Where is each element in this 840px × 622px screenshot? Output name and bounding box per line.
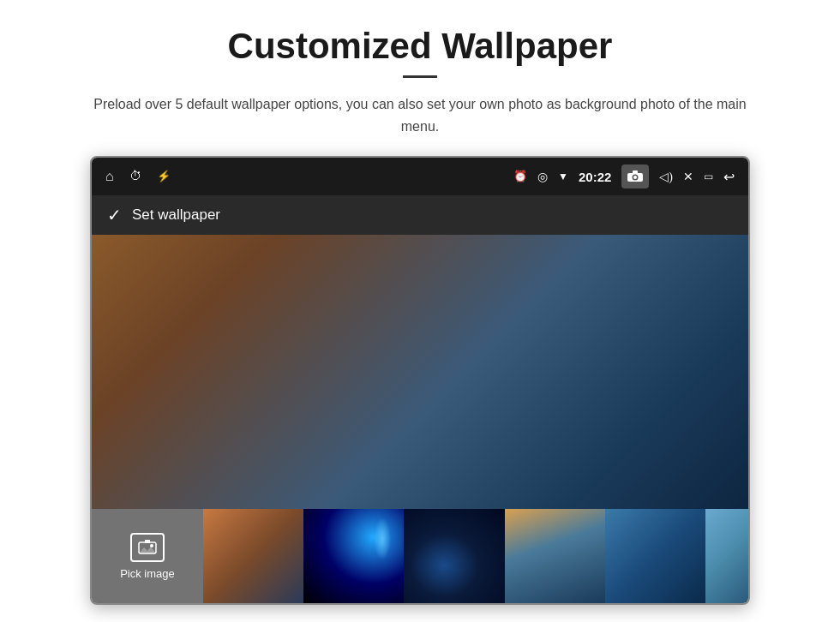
svg-marker-5 (139, 547, 156, 553)
pick-image-tile[interactable]: Pick image (92, 509, 203, 603)
status-bar-left: ⌂ ⏱ ⚡ (105, 169, 171, 184)
window-icon[interactable]: ▭ (704, 170, 713, 183)
wallpaper-thumb-6[interactable] (705, 509, 748, 603)
wallpaper-thumb-5[interactable] (605, 509, 705, 603)
page-title: Customized Wallpaper (228, 26, 613, 67)
page-subtitle: Preload over 5 default wallpaper options… (77, 93, 763, 137)
wallpaper-thumb-1[interactable] (203, 509, 303, 603)
pick-image-label: Pick image (120, 567, 175, 580)
svg-rect-3 (633, 170, 638, 174)
clock-icon: ⏱ (129, 170, 141, 183)
thumbnails-row: Pick image (92, 509, 748, 603)
status-time: 20:22 (579, 170, 611, 184)
device-frame: ⌂ ⏱ ⚡ ⏰ ◎ ▼ 20:22 ◁) ✕ (90, 156, 750, 605)
status-bar: ⌂ ⏱ ⚡ ⏰ ◎ ▼ 20:22 ◁) ✕ (92, 158, 748, 195)
set-wallpaper-label: Set wallpaper (132, 206, 220, 224)
camera-button[interactable] (621, 164, 649, 188)
usb-icon: ⚡ (157, 170, 171, 183)
alarm-icon: ⏰ (513, 170, 527, 183)
back-icon[interactable]: ↩ (723, 169, 735, 185)
pick-image-icon (130, 533, 165, 562)
wallpaper-preview (92, 235, 748, 509)
wallpaper-thumb-3[interactable] (404, 509, 504, 603)
page-container: Customized Wallpaper Preload over 5 defa… (0, 0, 840, 622)
svg-point-2 (633, 176, 637, 179)
status-bar-right: ⏰ ◎ ▼ 20:22 ◁) ✕ ▭ ↩ (513, 164, 735, 188)
wifi-icon: ▼ (558, 170, 568, 183)
home-icon[interactable]: ⌂ (105, 169, 114, 184)
title-divider (403, 75, 437, 78)
wallpaper-thumb-4[interactable] (505, 509, 605, 603)
close-icon[interactable]: ✕ (683, 170, 693, 184)
wallpaper-bar: ✓ Set wallpaper (92, 195, 748, 235)
volume-icon[interactable]: ◁) (659, 170, 673, 184)
location-icon: ◎ (537, 170, 548, 184)
wallpaper-thumb-2[interactable] (303, 509, 404, 603)
checkmark-icon[interactable]: ✓ (107, 205, 122, 225)
svg-point-6 (150, 544, 153, 547)
